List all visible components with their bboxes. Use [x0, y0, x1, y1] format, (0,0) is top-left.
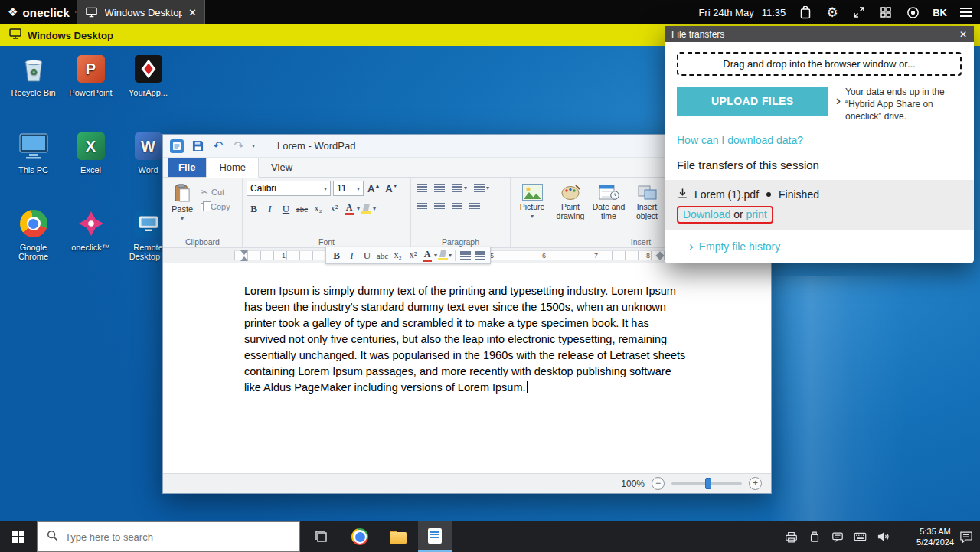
user-avatar[interactable]: BK [933, 7, 947, 18]
desktop-icon-this-pc[interactable]: This PC [6, 129, 61, 207]
subscript-button[interactable]: x₂ [311, 201, 325, 216]
settings-gear-icon[interactable]: ⚙ [825, 5, 839, 19]
align-right-button[interactable] [450, 201, 464, 213]
right-margin-marker[interactable] [655, 251, 664, 260]
taskbar-clock[interactable]: 5:35 AM 5/24/2024 [916, 521, 954, 552]
cut-button[interactable]: ✂ Cut [201, 187, 230, 198]
empty-file-history-label[interactable]: Empty file history [699, 240, 781, 253]
taskbar-file-explorer-button[interactable] [381, 521, 415, 552]
chevron-down-icon[interactable]: ▾ [449, 252, 452, 259]
list-button[interactable]: ▾ [450, 182, 469, 194]
document-text[interactable]: Lorem Ipsum is simply dummy text of the … [244, 283, 687, 396]
bold-button[interactable]: B [329, 248, 344, 263]
start-button[interactable] [0, 521, 37, 552]
superscript-button[interactable]: x² [406, 248, 420, 263]
tab-view[interactable]: View [259, 158, 305, 177]
zoom-slider[interactable] [671, 482, 742, 485]
align-left-button[interactable] [415, 201, 429, 213]
tab-home[interactable]: Home [206, 158, 259, 178]
subscript-button[interactable]: x₂ [390, 248, 405, 263]
oneclick-logo-text: oneclick [22, 6, 70, 19]
font-color-button[interactable]: A [343, 202, 355, 216]
download-link[interactable]: Download [683, 208, 730, 220]
session-tab[interactable]: Windows Desktop ✕ [77, 0, 205, 24]
taskbar-wordpad-button[interactable] [418, 521, 452, 552]
paste-button[interactable]: Paste ▾ [167, 181, 198, 235]
italic-button[interactable]: I [345, 248, 359, 263]
zoom-in-button[interactable]: + [749, 477, 762, 490]
desktop-icon-chrome[interactable]: Google Chrome [6, 207, 61, 284]
print-link[interactable]: print [746, 208, 767, 220]
decrease-indent-button[interactable] [415, 182, 429, 194]
menu-icon[interactable] [960, 8, 972, 17]
strikethrough-button[interactable]: abc [375, 248, 390, 263]
line-spacing-button[interactable]: ▾ [472, 182, 491, 194]
chevron-down-icon[interactable]: ▾ [373, 205, 376, 212]
indent-marker[interactable] [240, 250, 248, 255]
zoom-slider-thumb[interactable] [705, 478, 711, 489]
desktop-icon-yourapp[interactable]: YourApp... [121, 52, 176, 129]
copy-button[interactable]: Copy [201, 202, 230, 211]
bold-button[interactable]: B [247, 201, 261, 216]
clipboard-icon[interactable] [799, 5, 812, 19]
close-icon[interactable]: ✕ [959, 29, 967, 40]
desktop-icon-label: PowerPoint [69, 88, 112, 97]
taskbar-search[interactable] [37, 521, 300, 552]
desktop-icon-powerpoint[interactable]: P PowerPoint [64, 52, 119, 129]
printer-icon[interactable] [785, 531, 798, 544]
underline-button[interactable]: U [279, 201, 293, 216]
grow-font-button[interactable]: A▲ [366, 182, 381, 195]
drag-drop-zone[interactable]: Drag and drop into the browser window or… [677, 52, 962, 76]
zoom-out-button[interactable]: − [652, 477, 665, 490]
action-center-button[interactable] [956, 521, 977, 552]
align-left-button[interactable] [459, 250, 472, 261]
insert-paint-drawing-button[interactable]: Paint drawing [553, 181, 588, 235]
align-center-button[interactable] [433, 201, 446, 213]
taskbar: 5:35 AM 5/24/2024 [0, 521, 980, 552]
usb-drive-icon[interactable] [808, 531, 821, 544]
strikethrough-button[interactable]: abc [295, 201, 309, 216]
taskbar-chrome-button[interactable] [343, 521, 377, 552]
search-input[interactable] [65, 531, 290, 543]
font-color-button[interactable]: A [421, 249, 433, 263]
task-view-button[interactable] [305, 521, 338, 552]
insert-picture-button[interactable]: Picture ▾ [514, 181, 550, 235]
save-icon[interactable] [190, 139, 205, 154]
apps-grid-icon[interactable] [879, 5, 893, 19]
chevron-down-icon[interactable]: ▾ [434, 252, 437, 259]
quick-access-dropdown-icon[interactable]: ▾ [252, 142, 255, 149]
document-area[interactable]: Lorem Ipsum is simply dummy text of the … [163, 263, 771, 473]
insert-date-time-button[interactable]: Date and time [591, 181, 626, 235]
wordpad-app-icon [169, 139, 185, 154]
upload-files-button[interactable]: UPLOAD FILES [677, 87, 828, 116]
font-family-select[interactable]: Calibri ▾ [247, 181, 331, 196]
highlight-color-button[interactable] [438, 250, 448, 261]
fullscreen-icon[interactable] [852, 5, 866, 19]
superscript-button[interactable]: x² [327, 201, 341, 216]
chrome-icon [6, 207, 61, 240]
shrink-font-button[interactable]: A▼ [384, 182, 399, 195]
italic-button[interactable]: I [263, 201, 277, 216]
justify-button[interactable] [468, 201, 482, 213]
upload-note: › Your data ends up in the “Hybrid App S… [836, 87, 962, 122]
font-size-select[interactable]: 11 ▾ [333, 181, 364, 196]
download-help-link[interactable]: How can I download data? [677, 134, 962, 146]
desktop-icon-excel[interactable]: X Excel [64, 129, 119, 207]
insert-object-button[interactable]: Insert object [629, 181, 665, 235]
align-center-button[interactable] [473, 250, 487, 261]
desktop-icon-recycle-bin[interactable]: ♻ Recycle Bin [6, 52, 61, 129]
redo-icon[interactable]: ↷ [231, 139, 247, 154]
underline-button[interactable]: U [360, 248, 374, 263]
message-icon[interactable] [831, 531, 844, 544]
empty-file-history-link[interactable]: › Empty file history [677, 230, 962, 263]
session-tab-close-icon[interactable]: ✕ [188, 7, 197, 18]
touch-keyboard-icon[interactable] [854, 531, 867, 544]
volume-icon[interactable] [877, 531, 890, 544]
undo-icon[interactable]: ↶ [211, 139, 226, 154]
tab-file[interactable]: File [168, 158, 206, 177]
chevron-down-icon[interactable]: ▾ [357, 205, 360, 212]
record-icon[interactable] [906, 5, 920, 19]
desktop-icon-oneclick[interactable]: oneclick™ [64, 207, 119, 284]
increase-indent-button[interactable] [433, 182, 446, 194]
highlight-color-button[interactable] [361, 204, 371, 214]
